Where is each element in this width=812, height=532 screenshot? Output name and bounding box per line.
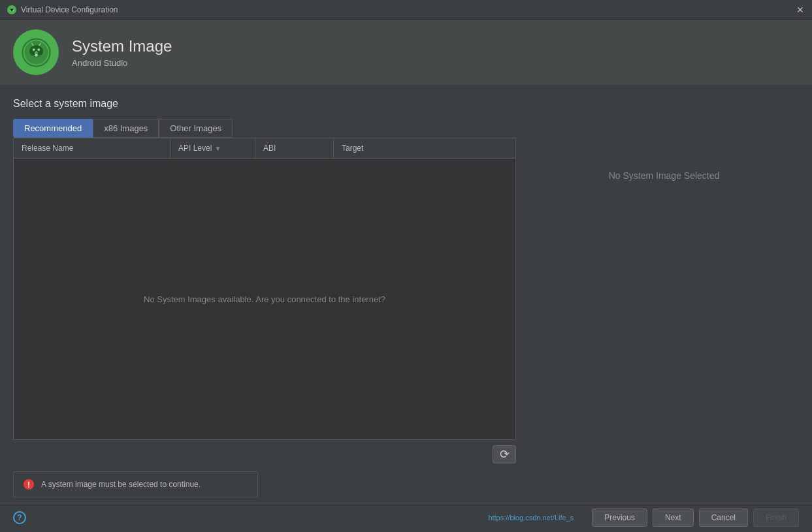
column-api-level[interactable]: API Level ▼	[171, 138, 255, 158]
cancel-button[interactable]: Cancel	[699, 509, 748, 527]
header-logo	[13, 29, 59, 75]
content-area: Release Name API Level ▼ ABI Target No S…	[13, 138, 799, 497]
title-bar: Virtual Device Configuration ✕	[0, 0, 812, 20]
images-table: Release Name API Level ▼ ABI Target No S…	[13, 138, 516, 440]
header: System Image Android Studio	[0, 20, 812, 85]
previous-button[interactable]: Previous	[592, 509, 647, 527]
svg-point-6	[37, 48, 40, 51]
title-bar-left: Virtual Device Configuration	[7, 5, 118, 15]
tab-x86images[interactable]: x86 Images	[93, 119, 159, 138]
header-text: System Image Android Studio	[72, 37, 172, 68]
close-button[interactable]: ✕	[795, 5, 805, 15]
next-button[interactable]: Next	[653, 509, 694, 527]
header-title: System Image	[72, 37, 172, 55]
finish-button[interactable]: Finish	[753, 509, 799, 527]
bottom-bar: ? https://blog.csdn.net/Life_s Previous …	[0, 503, 812, 532]
header-subtitle: Android Studio	[72, 58, 172, 68]
android-studio-small-icon	[7, 5, 17, 15]
no-images-message: No System Images available. Are you conn…	[144, 294, 385, 304]
android-studio-logo-icon	[22, 38, 51, 67]
title-bar-text: Virtual Device Configuration	[21, 5, 118, 14]
svg-point-5	[32, 48, 35, 51]
tabs: Recommended x86 Images Other Images	[13, 119, 799, 138]
sort-icon: ▼	[214, 145, 221, 152]
svg-text:!: !	[27, 480, 30, 490]
column-target: Target	[334, 138, 515, 158]
refresh-icon: ⟳	[500, 448, 510, 460]
warning-text: A system image must be selected to conti…	[41, 480, 201, 489]
bottom-right: https://blog.csdn.net/Life_s Previous Ne…	[488, 509, 799, 527]
warning-banner: ! A system image must be selected to con…	[13, 471, 258, 497]
column-release-name: Release Name	[14, 138, 171, 158]
tab-otherimages[interactable]: Other Images	[159, 119, 233, 138]
help-button[interactable]: ?	[13, 511, 26, 524]
left-panel: Release Name API Level ▼ ABI Target No S…	[13, 138, 516, 497]
svg-point-9	[35, 54, 38, 57]
link-text: https://blog.csdn.net/Life_s	[488, 514, 574, 522]
table-header: Release Name API Level ▼ ABI Target	[14, 138, 515, 159]
table-body: No System Images available. Are you conn…	[14, 159, 515, 439]
main-content: Select a system image Recommended x86 Im…	[0, 85, 812, 497]
column-abi: ABI	[255, 138, 334, 158]
warning-icon: !	[23, 478, 35, 490]
section-title: Select a system image	[13, 98, 799, 110]
right-panel: No System Image Selected	[529, 138, 799, 497]
no-image-selected-text: No System Image Selected	[609, 170, 720, 181]
bottom-left: ?	[13, 511, 26, 524]
tab-recommended[interactable]: Recommended	[13, 119, 93, 138]
refresh-button[interactable]: ⟳	[493, 445, 516, 463]
svg-point-1	[10, 8, 13, 11]
refresh-area: ⟳	[13, 445, 516, 463]
